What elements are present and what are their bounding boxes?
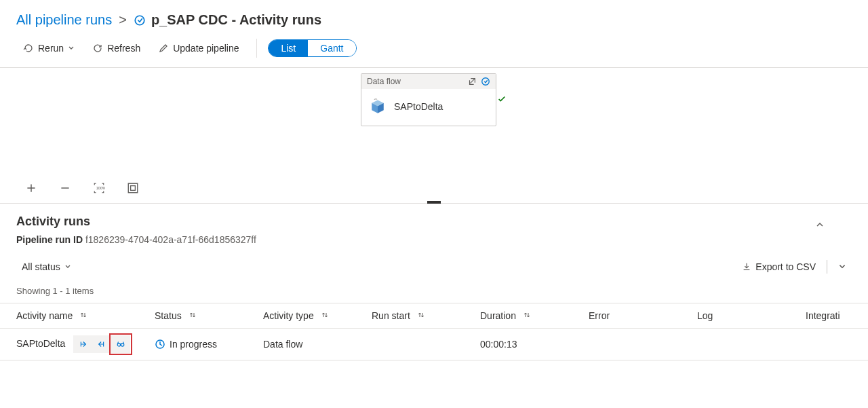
status-text: In progress (170, 339, 217, 350)
in-progress-icon (155, 339, 165, 350)
activity-node[interactable]: Data flow SAPtoDelta (361, 73, 496, 126)
runid-label: Pipeline run ID (16, 234, 83, 245)
results-count: Showing 1 - 1 items (0, 283, 868, 303)
pipeline-canvas: Data flow SAPtoDelta 100% (0, 68, 868, 204)
svg-text:100%: 100% (96, 186, 105, 190)
cell-integration (800, 329, 868, 360)
divider (827, 260, 827, 274)
col-run-start[interactable]: Run start (366, 303, 475, 329)
output-icon-button[interactable] (92, 335, 111, 353)
status-filter-label: All status (22, 261, 60, 272)
node-header: Data flow (361, 74, 496, 89)
node-status-icon (481, 77, 490, 86)
col-label: Log (697, 310, 713, 321)
export-csv-button[interactable]: Export to CSV (736, 257, 821, 276)
col-error[interactable]: Error (583, 303, 692, 329)
chevron-down-icon (64, 263, 71, 270)
export-dropdown-button[interactable] (833, 259, 852, 275)
col-activity-name[interactable]: Activity name (0, 303, 149, 329)
toolbar-divider (256, 39, 257, 58)
col-label: Error (589, 310, 610, 321)
svg-point-6 (121, 344, 124, 346)
table-header-row: Activity name Status Activity type Run s… (0, 303, 868, 329)
cell-run-start (366, 329, 475, 360)
chevron-down-icon (68, 45, 75, 52)
cell-error (583, 329, 692, 360)
zoom-in-button[interactable] (24, 181, 38, 195)
node-body: SAPtoDelta (361, 89, 496, 126)
col-log[interactable]: Log (692, 303, 800, 329)
activity-runs-section: Activity runs Pipeline run ID f1826239-4… (0, 204, 868, 245)
export-actions: Export to CSV (736, 257, 852, 276)
toolbar: Rerun Refresh Update pipeline List Gantt (0, 36, 868, 68)
section-title: Activity runs (16, 215, 852, 229)
rerun-button[interactable]: Rerun (16, 39, 81, 58)
col-activity-type[interactable]: Activity type (258, 303, 366, 329)
breadcrumb-separator: > (119, 12, 127, 28)
col-label: Duration (480, 310, 516, 321)
details-glasses-button[interactable] (111, 335, 130, 353)
sort-icon (523, 311, 531, 319)
breadcrumb-current: p_SAP CDC - Activity runs (134, 12, 321, 28)
fullscreen-button[interactable] (126, 181, 140, 195)
table-row: SAPtoDelta In progress Data flow 00:00:1… (0, 329, 868, 360)
col-label: Status (155, 310, 182, 321)
svg-rect-3 (128, 183, 138, 193)
sort-icon (321, 311, 329, 319)
download-icon (742, 262, 751, 272)
activity-name-text: SAPtoDelta (16, 338, 65, 349)
dataflow-icon (368, 97, 387, 116)
input-icon-button[interactable] (73, 335, 92, 353)
list-view-button[interactable]: List (269, 40, 308, 56)
row-actions (73, 335, 130, 353)
cell-activity-name: SAPtoDelta (0, 329, 149, 360)
page-title: p_SAP CDC - Activity runs (151, 12, 321, 28)
sort-icon (79, 311, 87, 319)
zoom-out-button[interactable] (58, 181, 72, 195)
export-label: Export to CSV (755, 261, 816, 272)
col-label: Run start (372, 310, 410, 321)
activity-table: Activity name Status Activity type Run s… (0, 303, 868, 360)
sort-icon (189, 311, 197, 319)
col-label: Activity type (263, 310, 314, 321)
collapse-section-button[interactable] (815, 220, 825, 231)
node-type-label: Data flow (367, 77, 401, 86)
chevron-down-icon (838, 263, 846, 271)
rerun-icon (23, 43, 34, 54)
cell-duration: 00:00:13 (475, 329, 583, 360)
view-toggle: List Gantt (268, 39, 356, 57)
svg-rect-4 (131, 186, 136, 191)
filter-bar: All status Export to CSV (0, 257, 868, 283)
breadcrumb-parent-link[interactable]: All pipeline runs (16, 12, 112, 28)
node-name: SAPtoDelta (394, 101, 443, 112)
update-pipeline-button[interactable]: Update pipeline (151, 39, 245, 58)
refresh-button[interactable]: Refresh (85, 39, 147, 58)
edit-icon (158, 43, 169, 54)
cell-activity-type: Data flow (258, 329, 366, 360)
open-external-icon[interactable] (467, 77, 477, 86)
col-integration[interactable]: Integrati (800, 303, 868, 329)
check-icon (497, 94, 507, 104)
rerun-label: Rerun (38, 43, 64, 54)
refresh-label: Refresh (107, 43, 140, 54)
canvas-controls: 100% (24, 181, 140, 195)
gantt-view-button[interactable]: Gantt (308, 40, 355, 56)
sort-icon (417, 311, 425, 319)
svg-point-5 (117, 344, 120, 346)
zoom-fit-button[interactable]: 100% (92, 181, 106, 195)
col-duration[interactable]: Duration (475, 303, 583, 329)
refresh-icon (92, 43, 103, 54)
col-status[interactable]: Status (149, 303, 258, 329)
pipeline-icon (134, 14, 146, 26)
svg-point-0 (135, 16, 144, 25)
pipeline-run-id: Pipeline run ID f1826239-4704-402a-a71f-… (16, 234, 852, 245)
cell-status: In progress (149, 329, 258, 360)
breadcrumb: All pipeline runs > p_SAP CDC - Activity… (0, 0, 868, 36)
runid-value: f1826239-4704-402a-a71f-66d1856327ff (85, 234, 256, 245)
cell-log (692, 329, 800, 360)
update-label: Update pipeline (173, 43, 239, 54)
col-label: Activity name (16, 310, 73, 321)
col-label: Integrati (806, 310, 840, 321)
svg-point-1 (482, 78, 490, 86)
status-filter-dropdown[interactable]: All status (16, 257, 77, 276)
